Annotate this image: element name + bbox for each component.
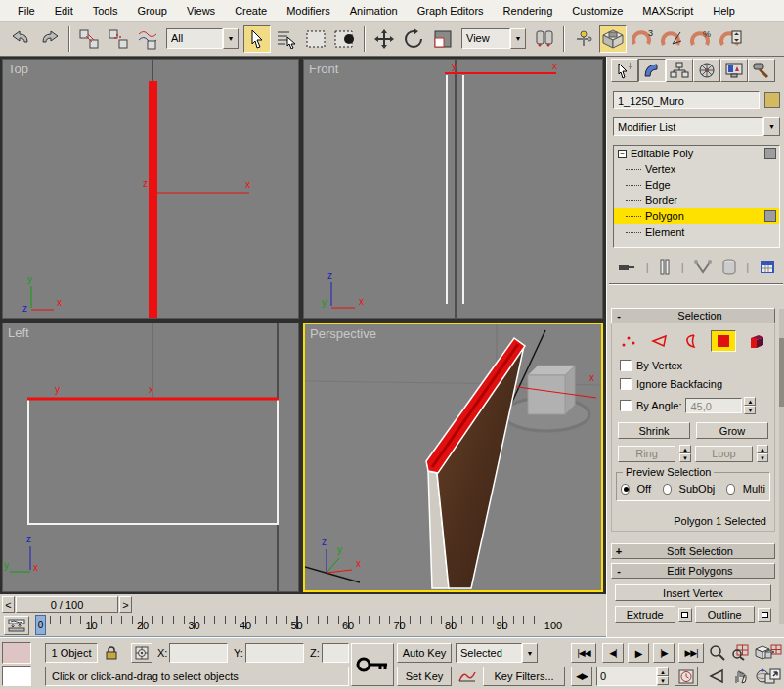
- tab-display[interactable]: [720, 59, 748, 82]
- select-and-manipulate-icon[interactable]: [570, 25, 597, 53]
- stack-item-edge[interactable]: Edge: [614, 177, 779, 193]
- menu-tools[interactable]: Tools: [83, 2, 128, 20]
- z-coordinate-field[interactable]: [322, 643, 349, 663]
- key-mode-dropdown[interactable]: Selected ▼: [456, 643, 538, 663]
- auto-key-button[interactable]: Auto Key: [397, 643, 452, 663]
- viewport-left[interactable]: y x z y x Left: [2, 323, 299, 592]
- stack-item-polygon[interactable]: Polygon: [614, 208, 779, 224]
- default-in-out-tangents-icon[interactable]: [456, 667, 479, 686]
- maxscript-listener-white[interactable]: [2, 666, 31, 686]
- play-button[interactable]: ▶: [628, 643, 649, 663]
- zoom-extents-all-icon[interactable]: [762, 642, 784, 663]
- menu-create[interactable]: Create: [225, 2, 277, 20]
- unlink-selection-icon[interactable]: [105, 25, 132, 53]
- shrink-button[interactable]: Shrink: [618, 422, 690, 439]
- ring-button[interactable]: Ring: [618, 446, 675, 462]
- y-coordinate-input[interactable]: [246, 644, 303, 662]
- tab-motion[interactable]: [693, 59, 720, 82]
- expand-icon[interactable]: +: [612, 545, 626, 557]
- frame-spinner[interactable]: ▲▼: [657, 667, 669, 685]
- select-and-scale-icon[interactable]: [429, 25, 457, 53]
- selection-filter-dropdown[interactable]: All ▼: [166, 28, 239, 49]
- wall-front-face[interactable]: [437, 346, 524, 588]
- tab-create[interactable]: [611, 59, 638, 82]
- go-to-start-button[interactable]: |◀◀: [571, 643, 596, 663]
- snap-3d-icon[interactable]: 3: [629, 25, 656, 53]
- polygon-mode-icon-active[interactable]: [711, 330, 736, 352]
- ring-spinner[interactable]: ▲▼: [679, 445, 691, 462]
- menu-graph-editors[interactable]: Graph Editors: [408, 2, 494, 20]
- mini-curve-editor-icon[interactable]: [4, 616, 29, 635]
- chevron-down-icon[interactable]: ▼: [522, 643, 538, 663]
- ignore-backfacing-checkbox[interactable]: [620, 378, 632, 390]
- extrude-button[interactable]: Extrude: [615, 606, 675, 623]
- by-angle-field[interactable]: 45,0: [685, 398, 742, 413]
- element-mode-icon[interactable]: [744, 330, 769, 352]
- percent-snap-icon[interactable]: %: [687, 25, 715, 53]
- viewport-perspective[interactable]: x z y x Perspective: [303, 323, 603, 592]
- menu-maxscript[interactable]: MAXScript: [632, 2, 703, 20]
- current-frame-input[interactable]: [597, 667, 656, 685]
- modifier-list-dropdown[interactable]: Modifier List ▼: [613, 117, 780, 136]
- viewport-top[interactable]: x z y z x Top: [2, 59, 299, 319]
- current-frame-field[interactable]: [596, 667, 657, 686]
- loop-button[interactable]: Loop: [695, 446, 753, 462]
- set-key-button[interactable]: Set Key: [397, 667, 452, 686]
- ignore-backfacing-row[interactable]: Ignore Backfacing: [620, 378, 774, 390]
- by-angle-row[interactable]: By Angle: 45,0 ▲▼: [620, 397, 774, 414]
- time-slider[interactable]: 0 / 100: [16, 596, 118, 613]
- show-end-result-icon[interactable]: [659, 259, 671, 275]
- loop-spinner[interactable]: ▲▼: [757, 445, 768, 462]
- key-mode-toggle-icon[interactable]: ◀▶: [571, 667, 592, 686]
- use-center-icon[interactable]: [531, 25, 558, 53]
- tab-hierarchy[interactable]: [666, 59, 693, 82]
- menu-file[interactable]: File: [8, 2, 45, 20]
- make-unique-icon[interactable]: [694, 260, 712, 274]
- menu-modifiers[interactable]: Modifiers: [277, 2, 340, 20]
- tab-modify[interactable]: [638, 59, 666, 82]
- x-coordinate-input[interactable]: [170, 644, 227, 662]
- bind-to-space-warp-icon[interactable]: [134, 25, 161, 53]
- vertex-mode-icon[interactable]: [617, 331, 640, 351]
- object-color-swatch[interactable]: [764, 92, 780, 108]
- spinner-snap-icon[interactable]: [717, 25, 744, 53]
- by-angle-checkbox[interactable]: [620, 400, 632, 411]
- menu-customize[interactable]: Customize: [562, 2, 632, 20]
- outline-settings-icon[interactable]: [758, 608, 771, 622]
- select-and-rotate-icon[interactable]: [400, 25, 427, 53]
- collapse-icon[interactable]: -: [612, 310, 626, 322]
- outline-button[interactable]: Outline: [695, 606, 756, 623]
- menu-rendering[interactable]: Rendering: [494, 2, 563, 20]
- time-slider-next-button[interactable]: >: [119, 596, 132, 613]
- rectangular-selection-region-icon[interactable]: [302, 25, 329, 53]
- scrollbar-thumb[interactable]: [779, 338, 784, 407]
- by-vertex-checkbox[interactable]: [620, 360, 632, 371]
- grow-button[interactable]: Grow: [696, 422, 768, 439]
- stack-item-border[interactable]: Border: [614, 193, 779, 208]
- extrude-settings-icon[interactable]: [678, 608, 692, 622]
- selection-rollout-header[interactable]: - Selection: [611, 308, 775, 323]
- stack-item-vertex[interactable]: Vertex: [614, 161, 779, 177]
- go-to-end-button[interactable]: ▶▶|: [678, 643, 704, 663]
- set-keys-key-icon[interactable]: [351, 643, 394, 686]
- soft-selection-rollout-header[interactable]: + Soft Selection: [611, 543, 775, 559]
- chevron-down-icon[interactable]: ▼: [510, 28, 526, 49]
- object-name-field[interactable]: 1_1250_Muro: [613, 91, 760, 109]
- stack-onoff-swatch[interactable]: [764, 210, 776, 222]
- pin-stack-icon[interactable]: [618, 259, 635, 275]
- tab-utilities[interactable]: [748, 59, 775, 82]
- redo-icon[interactable]: [36, 25, 64, 53]
- collapse-box-icon[interactable]: −: [618, 150, 627, 158]
- preview-off-radio[interactable]: [621, 484, 630, 495]
- y-coordinate-field[interactable]: [245, 643, 304, 663]
- menu-help[interactable]: Help: [703, 2, 745, 20]
- reference-coordinate-dropdown[interactable]: View ▼: [461, 28, 526, 49]
- undo-icon[interactable]: [7, 25, 34, 53]
- menu-animation[interactable]: Animation: [340, 2, 408, 20]
- zoom-icon[interactable]: [706, 642, 728, 663]
- selection-lock-icon[interactable]: [102, 643, 121, 663]
- time-slider-prev-button[interactable]: <: [2, 596, 15, 613]
- snaps-toggle-button[interactable]: [599, 25, 627, 53]
- stack-onoff-swatch[interactable]: [764, 148, 776, 159]
- configure-modifier-sets-icon[interactable]: [760, 260, 775, 274]
